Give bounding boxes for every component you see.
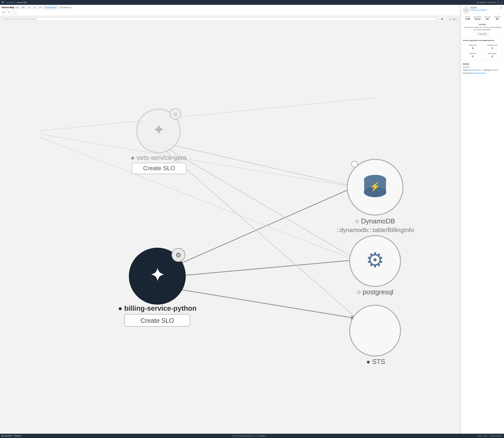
svg-point-17: [350, 305, 400, 356]
time-1h[interactable]: 1h: [27, 6, 32, 9]
zoom-out-icon: −: [445, 18, 446, 20]
service-map-svg: ✦ ⚙ ● vets-service-java Create SLO ✦ ⚙: [0, 16, 460, 434]
search-box[interactable]: 🔍: [1, 18, 436, 21]
legend-button[interactable]: ▶ Legend: [448, 18, 459, 21]
namespace-label: Namespace: [483, 69, 492, 71]
zoom-in-button[interactable]: +: [437, 17, 441, 21]
create-slo-button[interactable]: Create SLO: [476, 32, 489, 36]
slo-section: No SLO Create SLO to monitor the Latency…: [461, 22, 504, 38]
node-billing-service-python[interactable]: ✦ ⚙: [129, 248, 185, 304]
dependencies-value[interactable]: 4: [484, 47, 501, 50]
cloudwatch-link[interactable]: CloudWatch: [5, 1, 15, 3]
service-map-title: Service Map: [2, 6, 14, 9]
svg-text:⚙: ⚙: [173, 111, 178, 118]
sts-node-label: ● STS: [366, 358, 385, 365]
current-page: Service Map: [17, 1, 27, 3]
last-updated-text: Last updated 1 minute ago: [476, 1, 495, 3]
feedback-button[interactable]: Feedback: [14, 435, 21, 437]
cookie-preferences-link[interactable]: Cookie preferences: [489, 435, 502, 437]
ops-cell-operations: Operations 5: [463, 43, 483, 51]
refresh-button[interactable]: ↻: [2, 10, 6, 14]
dependencies-label: Dependencies: [484, 44, 501, 46]
operations-value[interactable]: 5: [464, 47, 481, 50]
zoom-controls: + −: [437, 17, 447, 21]
workload-label: Workload: [463, 72, 470, 74]
panel-splitter[interactable]: [460, 5, 461, 434]
edge-vets-postgresql: [163, 146, 357, 260]
slo-description: Create SLO to monitor the Latency and Av…: [463, 26, 502, 31]
time-12h[interactable]: 12h: [37, 6, 43, 9]
edge-billing-dynamodb: [172, 187, 354, 267]
dropdown-button[interactable]: ▾: [7, 10, 11, 14]
vets-create-slo-label: Create SLO: [143, 165, 175, 172]
workload-link[interactable]: billing-service-python: [470, 72, 485, 74]
info-icon[interactable]: i: [497, 1, 500, 4]
stat-error-rate: Error rate 0%: [483, 16, 492, 20]
node-vets-label: ● vets-service-java: [131, 154, 186, 161]
time-30m[interactable]: 30m: [20, 6, 26, 9]
svg-text:⚙: ⚙: [366, 248, 384, 272]
operations-label: Operations: [464, 44, 481, 46]
info-badge[interactable]: Info: [15, 7, 19, 9]
zoom-dot: [441, 18, 443, 20]
details-section: Details Hosted in: Cluster app-signals-d…: [461, 61, 504, 77]
cluster-row: Cluster app-signals-demo › Namespace def…: [463, 69, 502, 71]
namespace-link[interactable]: default: [493, 69, 497, 71]
client-pages-value[interactable]: 0: [484, 55, 501, 58]
edge-vets-dynamodb: [163, 143, 357, 187]
stat-latency-value: 9.2 ms: [473, 18, 483, 20]
stat-latency-label: Avg latency: [473, 16, 483, 18]
cloudshell-label: CloudShell: [4, 435, 12, 437]
privacy-link[interactable]: Privacy: [477, 435, 482, 437]
search-input[interactable]: [6, 18, 435, 20]
dropdown-arrow-icon: ▾: [9, 11, 10, 13]
stat-error-label: Error rate: [483, 16, 492, 18]
grid-icon: ⊞: [55, 7, 56, 9]
cloudshell-icon: ▣: [2, 435, 3, 437]
dynamodb-node-label: ○ DynamoDB: [355, 217, 395, 225]
ops-cell-client-pages: Client pages 0: [483, 51, 502, 59]
edge-far-left-postgresql: [39, 137, 354, 260]
ops-title: Service operations and dependencies: [463, 39, 502, 41]
details-title: Details: [463, 63, 502, 65]
node-dynamodb[interactable]: ⚡: [347, 159, 403, 215]
toolbar-row-1: Service Map Info 30m 1h 3h 12h Custom (1…: [2, 6, 458, 9]
expand-icon: ⛶: [14, 11, 15, 13]
node-postgresql[interactable]: ⚙: [350, 236, 400, 286]
timezone-label: UTC timezone: [60, 7, 70, 9]
expand-button[interactable]: ⛶: [12, 10, 17, 14]
cloudshell-button[interactable]: ▣ CloudShell: [2, 435, 12, 437]
clock-icon[interactable]: ⏱: [501, 1, 502, 3]
panel-service-name-link[interactable]: billing-service-python: [471, 9, 487, 11]
svg-text:K: K: [466, 9, 467, 11]
time-custom[interactable]: Custom (1d) ⊞: [43, 6, 58, 9]
timezone-btn[interactable]: UTC timezone ▾: [58, 6, 73, 9]
edge-billing-sts: [172, 288, 357, 318]
cluster-link[interactable]: app-signals-demo: [468, 69, 481, 71]
time-buttons: 30m 1h 3h 12h Custom (1d) ⊞ UTC timezone…: [20, 6, 73, 9]
svg-text:⚡: ⚡: [370, 182, 380, 192]
terms-link[interactable]: Terms: [484, 435, 488, 437]
node-sts[interactable]: [350, 305, 400, 356]
left-panel: Service Map Info 30m 1h 3h 12h Custom (1…: [0, 5, 460, 434]
panel-title-area: Service billing-service-python: [471, 7, 499, 11]
node-vets-service-java[interactable]: ✦ ⚙: [137, 109, 181, 153]
workload-row: Workload billing-service-python: [463, 72, 502, 75]
breadcrumb: CloudWatch › Service Map: [5, 1, 27, 3]
hosted-in-label: Hosted in:: [463, 66, 502, 68]
zoom-out-button[interactable]: −: [443, 17, 447, 21]
ops-cell-dependencies: Dependencies 4: [483, 43, 502, 51]
edge-far-left-dynamodb: [39, 134, 354, 187]
synthetics-value[interactable]: 0: [464, 55, 481, 58]
billing-node-label: ● billing-service-python: [118, 304, 196, 312]
zoom-in-icon: +: [438, 18, 439, 20]
legend-label: Legend: [451, 18, 457, 20]
k-logo-svg: K: [464, 8, 468, 12]
client-pages-label: Client pages: [484, 53, 501, 55]
search-icon: 🔍: [2, 18, 5, 20]
close-button[interactable]: ✕: [500, 7, 502, 9]
time-3h[interactable]: 3h: [32, 6, 37, 9]
play-icon: ▶: [450, 18, 451, 20]
ops-section: Service operations and dependencies Oper…: [461, 38, 504, 61]
menu-icon[interactable]: ☰: [2, 1, 4, 4]
